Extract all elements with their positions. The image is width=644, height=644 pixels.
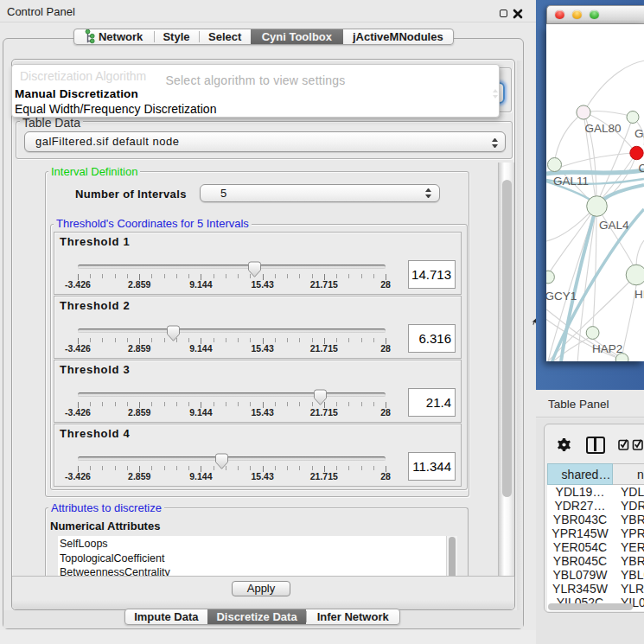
svg-text:GAL3: GAL3 [634,127,644,140]
svg-text:GAL80: GAL80 [585,122,622,135]
svg-text:GAL4: GAL4 [599,219,629,232]
svg-text:GAL11: GAL11 [553,175,589,188]
svg-text:HAP2: HAP2 [592,342,622,355]
svg-text:GCY1: GCY1 [546,290,577,303]
svg-text:CD: CD [639,162,644,175]
svg-text:HIS4: HIS4 [634,288,644,301]
